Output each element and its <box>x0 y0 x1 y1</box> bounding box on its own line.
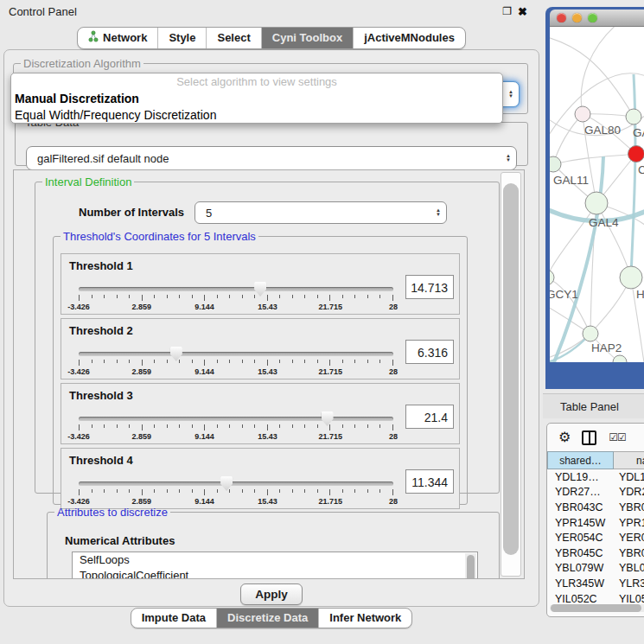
slider-tick-labels: -3.4262.8599.14415.4321.71528 <box>79 432 393 441</box>
tab-infer-network[interactable]: Infer Network <box>318 609 411 628</box>
column-header-name[interactable]: na <box>614 451 644 469</box>
list-scrollbar[interactable] <box>465 553 476 579</box>
table-row[interactable]: YBR045CYBR04 <box>547 545 644 561</box>
cell-shared-name: YLR345W <box>547 577 614 590</box>
tick-mark <box>292 424 293 428</box>
network-node[interactable] <box>550 270 554 285</box>
minimize-traffic-light[interactable] <box>572 13 582 22</box>
cell-shared-name: YBL079W <box>547 562 614 574</box>
table-hscrollbar[interactable] <box>550 604 644 612</box>
dropdown-placeholder-item[interactable]: Select algorithm to view settings <box>11 73 502 90</box>
tab-impute-data[interactable]: Impute Data <box>131 609 216 628</box>
tick-mark <box>354 489 355 493</box>
tick-mark <box>229 489 230 493</box>
num-intervals-spinner[interactable]: 5 ▲▼ <box>194 201 447 224</box>
slider-ticks <box>79 489 393 496</box>
network-node[interactable] <box>626 109 641 124</box>
columns-icon[interactable] <box>582 430 596 445</box>
threshold-slider[interactable]: -3.4262.8599.14415.4321.71528 <box>79 475 393 506</box>
checkboxes-icon[interactable]: ☑☑ <box>609 431 626 443</box>
cell-name: YLR34 <box>614 577 644 590</box>
network-edge[interactable] <box>553 154 636 164</box>
numerical-attributes-list[interactable]: SelfLoopsTopologicalCoefficientBetweenne… <box>72 552 478 579</box>
tick-mark <box>104 424 105 428</box>
network-canvas[interactable]: GAL80GACGAL11GAL4GCY1HHAP2 <box>550 27 644 362</box>
network-node[interactable] <box>628 146 644 163</box>
column-header-shared[interactable]: shared… <box>547 451 614 469</box>
slider-tick-labels: -3.4262.8599.14415.4321.71528 <box>79 497 393 506</box>
cell-shared-name: YDL19… <box>547 471 614 483</box>
threshold-slider[interactable]: -3.4262.8599.14415.4321.71528 <box>79 410 393 441</box>
float-window-icon[interactable]: ❐ <box>502 5 512 17</box>
network-node[interactable] <box>585 192 608 214</box>
spinner-stepper-icon[interactable]: ▲▼ <box>430 208 446 217</box>
network-node[interactable] <box>575 106 590 122</box>
threshold-value-field[interactable]: 21.4 <box>405 405 454 429</box>
node-label: GAL11 <box>553 174 589 187</box>
network-node[interactable] <box>613 355 627 362</box>
threshold-panel: Threshold 1-3.4262.8599.14415.4321.71528… <box>61 253 460 315</box>
tab-cyni-toolbox[interactable]: Cyni Toolbox <box>261 28 353 48</box>
tick-mark <box>229 295 230 298</box>
network-window-titlebar[interactable] <box>550 10 644 27</box>
node-label: GCY1 <box>550 288 578 301</box>
tick-mark <box>317 360 318 363</box>
tick-mark <box>79 360 80 366</box>
tab-discretize-data[interactable]: Discretize Data <box>216 609 318 628</box>
table-row[interactable]: YPR145WYPR14 <box>547 515 644 531</box>
threshold-value-field[interactable]: 14.713 <box>405 275 454 299</box>
threshold-value-field[interactable]: 6.316 <box>405 340 454 364</box>
network-edge[interactable] <box>550 35 634 117</box>
table-row[interactable]: YDL19…YDL19 <box>547 469 644 485</box>
network-edge-highlighted[interactable] <box>631 74 635 277</box>
gear-icon[interactable]: ⚙ <box>558 430 571 444</box>
slider-track[interactable] <box>79 417 393 421</box>
tab-style[interactable]: Style <box>157 28 206 48</box>
table-row[interactable]: YLR345WYLR34 <box>547 576 644 591</box>
tick-label: 21.715 <box>318 303 342 311</box>
table-row[interactable]: YBR043CYBR04 <box>547 500 644 515</box>
slider-tick-labels: -3.4262.8599.14415.4321.71528 <box>79 367 393 376</box>
dropdown-option[interactable]: Manual Discretization <box>11 90 502 106</box>
tab-select[interactable]: Select <box>206 28 260 48</box>
table-data-combobox[interactable]: galFiltered.sif default node ▲▼ <box>26 146 517 170</box>
attribute-list-item[interactable]: SelfLoops <box>73 552 477 568</box>
attribute-list-item[interactable]: TopologicalCoefficient <box>73 568 477 580</box>
network-edge[interactable] <box>550 277 590 334</box>
threshold-slider[interactable]: -3.4262.8599.14415.4321.71528 <box>79 280 393 311</box>
settings-scrollbar[interactable] <box>501 172 521 577</box>
tick-mark <box>142 424 143 430</box>
tab-network[interactable]: Network <box>78 28 157 48</box>
network-node[interactable] <box>550 156 561 172</box>
tick-mark <box>79 424 80 430</box>
apply-button[interactable]: Apply <box>240 583 303 605</box>
tick-mark <box>304 424 305 428</box>
threshold-slider[interactable]: -3.4262.8599.14415.4321.71528 <box>79 345 393 376</box>
num-intervals-value: 5 <box>195 207 430 220</box>
dropdown-option[interactable]: Equal Width/Frequency Discretization <box>11 106 502 123</box>
tick-mark <box>192 424 193 428</box>
node-label: C <box>638 163 644 176</box>
tab-jactivemnodules[interactable]: jActiveMNodules <box>353 28 465 48</box>
table-row[interactable]: YER054CYER05 <box>547 530 644 545</box>
combo-stepper-icon[interactable]: ▲▼ <box>501 154 516 163</box>
slider-track[interactable] <box>79 287 393 291</box>
tab-label: Infer Network <box>329 611 401 624</box>
slider-track[interactable] <box>79 352 393 356</box>
network-edge[interactable] <box>581 27 619 114</box>
cell-shared-name: YIL052C <box>547 593 614 605</box>
tick-label: 15.43 <box>258 432 277 441</box>
table-row[interactable]: YBL079WYBL07 <box>547 561 644 577</box>
network-node[interactable] <box>620 266 642 289</box>
network-node[interactable] <box>583 326 598 341</box>
table-row[interactable]: YDR27…YDR27 <box>547 485 644 501</box>
table-panel-title: Table Panel <box>560 400 619 413</box>
tick-mark <box>267 489 268 495</box>
threshold-value-field[interactable]: 11.344 <box>405 469 454 494</box>
combo-stepper-icon[interactable]: ▲▼ <box>503 90 519 99</box>
close-traffic-light[interactable] <box>557 13 566 22</box>
zoom-traffic-light[interactable] <box>588 13 597 22</box>
close-panel-icon[interactable]: ✖ <box>518 5 527 18</box>
tick-label: 15.43 <box>258 497 277 506</box>
slider-track[interactable] <box>79 481 393 486</box>
